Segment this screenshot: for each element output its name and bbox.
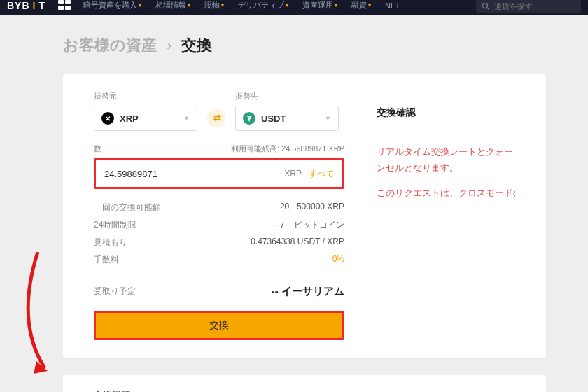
usdt-icon: ₮	[243, 112, 255, 125]
receive-row: 受取り予定 -- イーサリアム	[94, 285, 344, 298]
svg-line-1	[487, 8, 489, 10]
apps-grid-icon[interactable]	[58, 0, 71, 10]
confirmation-title: 交換確認	[377, 106, 515, 119]
nav-nft[interactable]: NFT	[385, 1, 400, 10]
nav-lending[interactable]: 融資▾	[351, 0, 371, 10]
top-nav: BYBIT 暗号資産を購入▾ 相場情報▾ 現物▾ デリバティブ▾ 資産運用▾ 融…	[0, 0, 588, 15]
xrp-icon: ✕	[102, 112, 114, 125]
amount-unit: XRP	[284, 169, 302, 178]
to-coin-select[interactable]: ₮ USDT ▼	[235, 106, 339, 131]
to-label: 振替先	[235, 91, 339, 102]
breadcrumb-current: 交換	[181, 35, 212, 56]
convert-card: 振替元 ✕ XRP ▼ ⇄ 振替先 ₮ USDT ▼	[63, 74, 546, 358]
nav-buy-crypto[interactable]: 暗号資産を購入▾	[83, 0, 141, 10]
history-title: 交換履歴	[94, 389, 515, 392]
breadcrumb-assets[interactable]: お客様の資産	[63, 35, 157, 56]
from-coin-select[interactable]: ✕ XRP ▼	[94, 106, 197, 131]
nav-derivatives[interactable]: デリバティブ▾	[238, 0, 288, 10]
available-balance: 利用可能残高: 24.59889871 XRP	[231, 144, 344, 154]
breadcrumb: お客様の資産 › 交換	[63, 35, 546, 56]
annotation-arrow-icon	[24, 252, 63, 378]
nav-markets[interactable]: 相場情報▾	[155, 0, 190, 10]
amount-all-button[interactable]: すべて	[309, 168, 334, 180]
search-icon	[482, 2, 490, 10]
swap-direction-button[interactable]: ⇄	[207, 109, 225, 127]
chevron-down-icon: ▼	[183, 115, 190, 122]
details-list: 一回の交換可能額20 - 500000 XRP 24時間制限-- / -- ビッ…	[94, 202, 344, 266]
search-input[interactable]	[494, 2, 564, 10]
convert-submit-button[interactable]: 交換	[94, 311, 344, 340]
brand-logo[interactable]: BYBIT	[7, 0, 46, 11]
swap-icon: ⇄	[214, 113, 220, 123]
search-box[interactable]	[476, 0, 581, 13]
divider	[94, 276, 344, 276]
quantity-label: 数	[94, 144, 102, 154]
from-label: 振替元	[94, 91, 197, 102]
receive-value: -- イーサリアム	[272, 285, 344, 298]
amount-input-box: XRP すべて	[94, 158, 344, 189]
amount-input[interactable]	[104, 169, 284, 179]
convert-form: 振替元 ✕ XRP ▼ ⇄ 振替先 ₮ USDT ▼	[94, 91, 344, 340]
svg-point-0	[483, 4, 488, 8]
nav-spot[interactable]: 現物▾	[204, 0, 224, 10]
history-card: 交換履歴	[63, 375, 546, 392]
chevron-right-icon: ›	[167, 36, 172, 55]
confirmation-panel: 交換確認 リアルタイム交換レートとクォート率が0.5%以上ンセルとなります。 こ…	[377, 91, 515, 340]
warning-line-1: リアルタイム交換レートとクォート率が0.5%以上ンセルとなります。	[377, 144, 515, 176]
chevron-down-icon: ▼	[325, 115, 331, 122]
nav-earn[interactable]: 資産運用▾	[302, 0, 337, 10]
warning-line-2: このリクエストは、クロスモードのままの強制決	[377, 186, 515, 202]
nav-links: 暗号資産を購入▾ 相場情報▾ 現物▾ デリバティブ▾ 資産運用▾ 融資▾ NFT	[83, 0, 400, 10]
